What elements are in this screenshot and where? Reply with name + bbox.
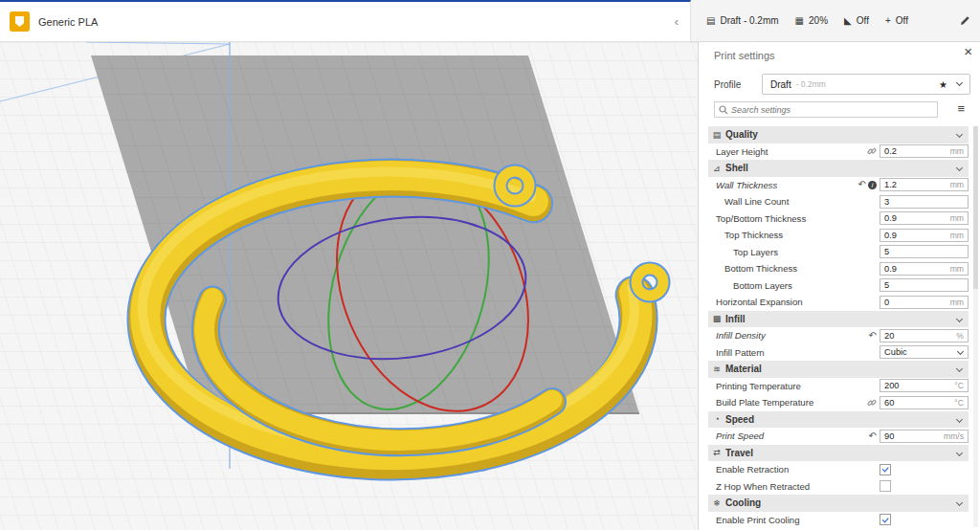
print-speed-field[interactable]: mm/s bbox=[880, 430, 969, 443]
top-thickness-field[interactable]: mm bbox=[880, 229, 969, 242]
summary-infill[interactable]: ▦ 20% bbox=[795, 15, 828, 26]
setting-row-z-hop-when-retracted: Z Hop When Retracted bbox=[708, 478, 969, 496]
link-icon bbox=[867, 146, 877, 156]
section-header-quality[interactable]: ▤ Quality bbox=[708, 126, 969, 144]
z-hop-checkbox[interactable] bbox=[880, 480, 891, 492]
setting-row-print-speed: Print Speed ↶ mm/s bbox=[708, 428, 969, 445]
setting-row-bottom-layers: Bottom Layers bbox=[708, 277, 969, 295]
profile-icon: ▤ bbox=[706, 15, 715, 26]
summary-adhesion-label: Off bbox=[896, 15, 908, 26]
enable-print-cooling-checkbox[interactable] bbox=[880, 514, 891, 525]
adhesion-icon: + bbox=[885, 15, 891, 26]
speed-icon: ◔ bbox=[708, 414, 725, 424]
wall-line-count-field[interactable] bbox=[880, 195, 969, 209]
section-header-material[interactable]: ≋ Material bbox=[708, 361, 969, 378]
summary-support-label: Off bbox=[857, 15, 869, 26]
quality-icon: ▤ bbox=[708, 130, 725, 140]
setting-row-build-plate-temperature: Build Plate Temperature °C bbox=[708, 394, 969, 411]
link-icon bbox=[867, 398, 877, 408]
chevron-down-icon bbox=[956, 79, 963, 86]
section-header-infill[interactable]: ▩ Infill bbox=[708, 311, 969, 328]
viewport-3d[interactable] bbox=[0, 42, 698, 530]
bottom-layers-field[interactable] bbox=[880, 278, 969, 292]
summary-support[interactable]: ◣ Off bbox=[844, 15, 869, 26]
wall-thickness-field[interactable]: mm bbox=[880, 178, 969, 191]
value-input[interactable] bbox=[880, 246, 968, 257]
section-header-travel[interactable]: ⇄ Travel bbox=[708, 445, 969, 462]
chevron-down-icon bbox=[957, 348, 964, 355]
profile-value: Draft bbox=[770, 79, 791, 90]
search-input[interactable] bbox=[731, 105, 937, 115]
setting-row-bottom-thickness: Bottom Thickness mm bbox=[708, 260, 969, 277]
section-header-speed[interactable]: ◔ Speed bbox=[708, 411, 969, 429]
star-icon[interactable]: ★ bbox=[939, 79, 947, 90]
setting-row-wall-line-count: Wall Line Count bbox=[708, 193, 969, 210]
infill-pattern-select[interactable]: Cubic bbox=[880, 345, 969, 359]
scrollbar-thumb[interactable] bbox=[973, 126, 978, 289]
chevron-down-icon bbox=[956, 165, 963, 171]
value-input[interactable] bbox=[880, 279, 968, 291]
chevron-down-icon bbox=[956, 499, 963, 506]
setting-row-layer-height: Layer Height mm bbox=[708, 144, 969, 161]
toolbar-material: Generic PLA ‹ bbox=[0, 0, 691, 42]
close-icon[interactable]: × bbox=[964, 44, 972, 59]
value-input[interactable] bbox=[880, 196, 968, 208]
setting-row-enable-print-cooling: Enable Print Cooling bbox=[708, 512, 969, 529]
setting-row-horizontal-expansion: Horizontal Expansion mm bbox=[708, 294, 969, 311]
infill-icon: ▦ bbox=[795, 15, 804, 26]
search-icon bbox=[719, 105, 728, 115]
chevron-down-icon bbox=[956, 365, 963, 372]
chevron-down-icon bbox=[956, 416, 963, 423]
panel-title: Print settings bbox=[714, 50, 775, 61]
panel-scrollbar[interactable] bbox=[973, 126, 978, 527]
bottom-thickness-field[interactable]: mm bbox=[880, 262, 969, 276]
top-bottom-thickness-field[interactable]: mm bbox=[880, 211, 969, 225]
cooling-icon: ❄ bbox=[708, 498, 725, 508]
setting-row-wall-thickness: Wall Thickness ↶ i mm bbox=[708, 177, 969, 194]
material-icon: ≋ bbox=[708, 364, 725, 374]
revert-icon[interactable]: ↶ bbox=[869, 331, 877, 341]
section-header-shell[interactable]: ⊿ Shell bbox=[708, 160, 969, 177]
setting-row-infill-pattern: Infill Pattern Cubic bbox=[708, 344, 969, 362]
collapse-panel-icon[interactable]: ‹ bbox=[671, 14, 682, 29]
chevron-down-icon bbox=[956, 131, 963, 138]
setting-row-printing-temperature: Printing Temperature °C bbox=[708, 378, 969, 395]
profile-dropdown[interactable]: Draft - 0.2mm ★ bbox=[762, 74, 970, 95]
revert-icon[interactable]: ↶ bbox=[858, 180, 866, 189]
layer-height-field[interactable]: mm bbox=[880, 144, 969, 158]
shield-icon bbox=[15, 16, 24, 27]
summary-adhesion[interactable]: + Off bbox=[885, 15, 908, 26]
chevron-down-icon bbox=[956, 450, 963, 456]
setting-row-top-layers: Top Layers bbox=[708, 244, 969, 261]
build-plate-temperature-field[interactable]: °C bbox=[880, 396, 969, 409]
material-brand-icon bbox=[10, 11, 30, 32]
infill-density-field[interactable]: % bbox=[880, 329, 969, 342]
section-header-cooling[interactable]: ❄ Cooling bbox=[708, 495, 969, 512]
support-icon: ◣ bbox=[844, 15, 852, 26]
setting-row-top-bottom-thickness: Top/Bottom Thickness mm bbox=[708, 210, 969, 228]
setting-row-enable-retraction: Enable Retraction bbox=[708, 461, 969, 478]
material-name: Generic PLA bbox=[38, 16, 98, 28]
info-icon[interactable]: i bbox=[868, 181, 877, 189]
material-selector[interactable]: Generic PLA bbox=[10, 11, 98, 32]
print-settings-summary[interactable]: ▤ Draft - 0.2mm ▦ 20% ◣ Off + Off bbox=[691, 0, 980, 42]
profile-label: Profile bbox=[714, 79, 741, 90]
printing-temperature-field[interactable]: °C bbox=[880, 379, 969, 392]
edit-settings-pencil-icon[interactable] bbox=[960, 15, 970, 26]
revert-icon[interactable]: ↶ bbox=[869, 431, 877, 441]
value-input[interactable] bbox=[880, 330, 968, 342]
search-settings-box[interactable] bbox=[714, 101, 938, 118]
setting-row-top-thickness: Top Thickness mm bbox=[708, 227, 969, 244]
top-layers-field[interactable] bbox=[880, 245, 969, 258]
settings-menu-icon[interactable]: ≡ bbox=[957, 100, 965, 117]
profile-suffix: - 0.2mm bbox=[796, 79, 826, 89]
checkmark-icon bbox=[882, 516, 889, 522]
summary-profile-label: Draft - 0.2mm bbox=[720, 15, 778, 26]
horizontal-expansion-field[interactable]: mm bbox=[880, 296, 969, 309]
summary-profile[interactable]: ▤ Draft - 0.2mm bbox=[706, 15, 779, 26]
setting-row-infill-density: Infill Density ↶ % bbox=[708, 327, 969, 344]
infill-icon: ▩ bbox=[708, 314, 725, 323]
settings-list: ▤ Quality Layer Height mm ⊿ Shell Wall T… bbox=[708, 126, 969, 528]
enable-retraction-checkbox[interactable] bbox=[880, 464, 891, 475]
print-settings-panel: Print settings × Profile Draft - 0.2mm ★… bbox=[698, 42, 980, 530]
